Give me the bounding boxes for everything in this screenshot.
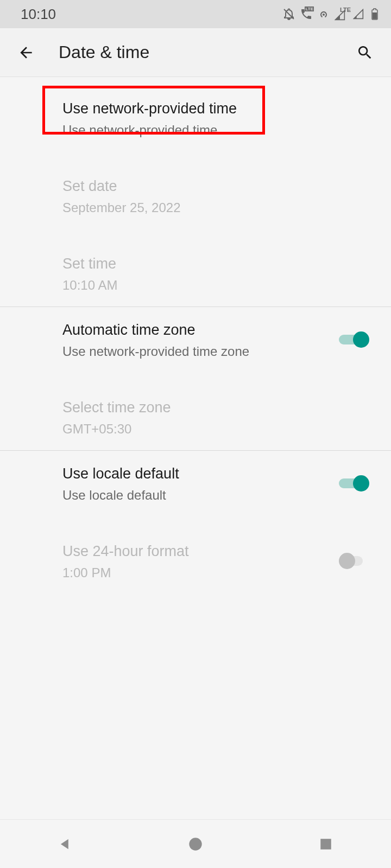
nav-recent-button[interactable] [299, 831, 353, 858]
setting-sub: September 25, 2022 [62, 199, 391, 216]
nav-home-button[interactable] [168, 831, 223, 858]
phone-lte-icon: LTE [300, 8, 313, 21]
status-bar: 10:10 LTE LTE [0, 0, 391, 28]
setting-network-time[interactable]: Use network-provided time Use network-pr… [0, 86, 391, 151]
status-time: 10:10 [21, 6, 56, 23]
setting-title: Set time [62, 254, 391, 275]
setting-sub: 10:10 AM [62, 277, 391, 293]
setting-title: Use 24-hour format [62, 541, 339, 562]
setting-sub: Use locale default [62, 487, 339, 503]
app-bar: Date & time [0, 28, 391, 77]
setting-locale-default[interactable]: Use locale default Use locale default [0, 451, 391, 516]
svg-point-0 [189, 838, 201, 850]
hotspot-icon [317, 8, 330, 21]
setting-title: Use network-provided time [62, 99, 391, 119]
setting-24hour: Use 24-hour format 1:00 PM [0, 528, 391, 594]
search-button[interactable] [354, 42, 376, 63]
circle-home-icon [188, 837, 203, 852]
setting-sub: Use network-provided time [62, 122, 391, 138]
battery-icon [368, 8, 381, 21]
svg-rect-1 [320, 839, 331, 850]
setting-title: Use locale default [62, 464, 339, 484]
triangle-back-icon [58, 837, 73, 852]
signal-2-icon [353, 9, 364, 20]
dnd-off-icon [282, 8, 295, 21]
signal-1-icon: LTE [335, 8, 349, 21]
toggle-auto-timezone[interactable] [339, 331, 369, 348]
toggle-locale-default[interactable] [339, 475, 369, 492]
setting-set-time: Set time 10:10 AM [0, 241, 391, 307]
setting-sub: Use network-provided time zone [62, 343, 339, 360]
setting-title: Select time zone [62, 398, 391, 418]
arrow-back-icon [17, 44, 35, 61]
setting-set-date: Set date September 25, 2022 [0, 163, 391, 229]
setting-title: Automatic time zone [62, 320, 339, 341]
setting-title: Set date [62, 176, 391, 197]
nav-back-button[interactable] [38, 831, 92, 858]
search-icon [356, 44, 374, 61]
setting-sub: 1:00 PM [62, 564, 339, 581]
setting-auto-timezone[interactable]: Automatic time zone Use network-provided… [0, 307, 391, 373]
status-icons: LTE LTE [282, 8, 381, 21]
toggle-24hour [339, 552, 369, 570]
setting-sub: GMT+05:30 [62, 420, 391, 437]
navigation-bar [0, 819, 391, 868]
setting-select-timezone: Select time zone GMT+05:30 [0, 385, 391, 450]
settings-list: Use network-provided time Use network-pr… [0, 77, 391, 594]
square-recent-icon [319, 837, 333, 851]
back-button[interactable] [15, 42, 37, 63]
page-title: Date & time [59, 42, 332, 62]
